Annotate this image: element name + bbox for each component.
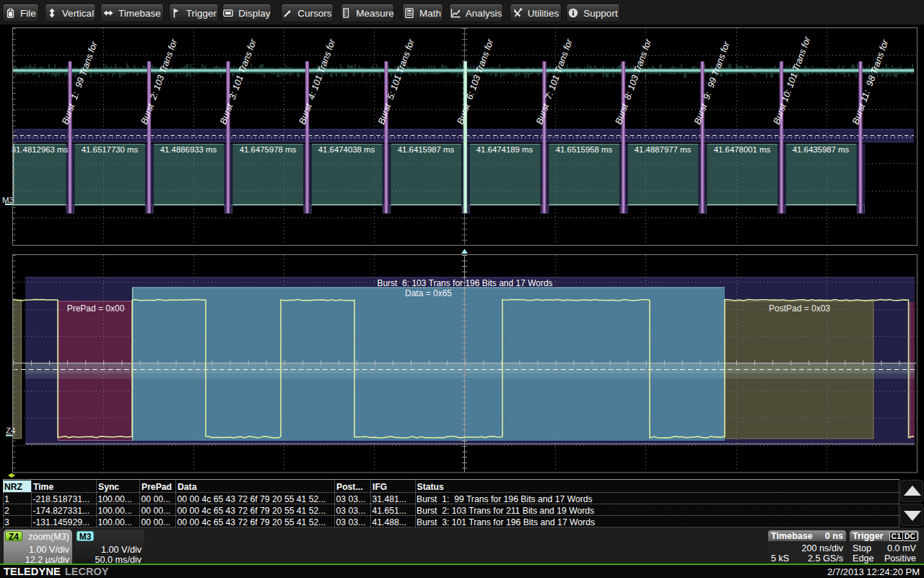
svg-text:41.6415987 ms: 41.6415987 ms [398, 145, 455, 154]
svg-text:41.6474189 ms: 41.6474189 ms [476, 145, 533, 154]
svg-text:41.6517730 ms: 41.6517730 ms [82, 145, 139, 154]
svg-text:Burst 6: 103 Trans for 196 Bi: Burst 6: 103 Trans for 196 Bits and 17 W… [377, 278, 552, 288]
svg-text:41.4886933 ms: 41.4886933 ms [160, 145, 217, 154]
svg-text:Z4: Z4 [6, 426, 16, 435]
svg-text:PrePad = 0x00: PrePad = 0x00 [67, 303, 125, 314]
svg-text:41.6515958 ms: 41.6515958 ms [556, 145, 613, 154]
svg-text:31.4812963 ms: 31.4812963 ms [12, 145, 69, 154]
svg-text:M3: M3 [2, 196, 14, 204]
svg-text:41.6474038 ms: 41.6474038 ms [318, 145, 375, 154]
svg-text:Data = 0x65: Data = 0x65 [405, 288, 452, 298]
svg-text:41.6435987 ms: 41.6435987 ms [793, 145, 850, 154]
svg-text:41.4887977 ms: 41.4887977 ms [635, 145, 692, 154]
svg-text:41.6478001 ms: 41.6478001 ms [714, 145, 771, 154]
svg-text:PostPad = 0x03: PostPad = 0x03 [769, 303, 830, 314]
svg-text:41.6475978 ms: 41.6475978 ms [240, 145, 297, 154]
